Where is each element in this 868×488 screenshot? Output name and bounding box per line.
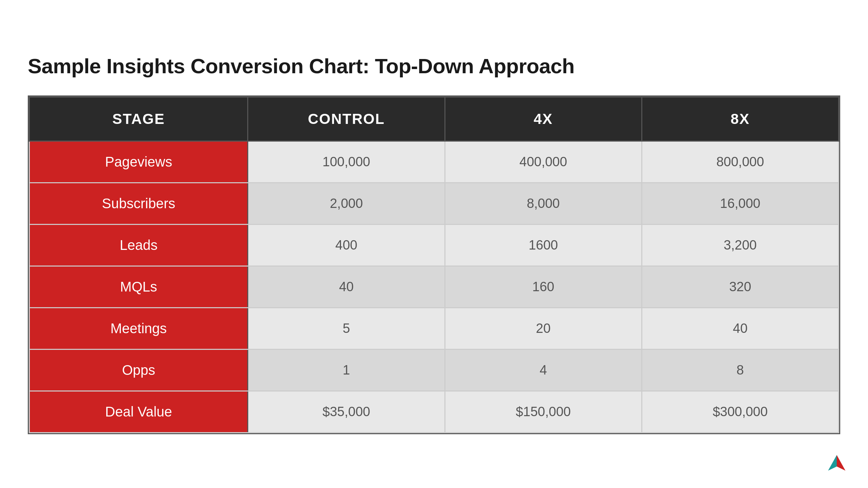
- cell-4x: 400,000: [445, 141, 642, 183]
- cell-4x: 20: [445, 308, 642, 349]
- cell-8x: $300,000: [642, 391, 838, 432]
- cell-4x: 4: [445, 349, 642, 391]
- cell-control: 1: [248, 349, 445, 391]
- header-4x: 4X: [445, 97, 642, 141]
- table-row: Leads40016003,200: [30, 224, 839, 266]
- table-row: MQLs40160320: [30, 266, 839, 308]
- page-title: Sample Insights Conversion Chart: Top-Do…: [28, 54, 575, 78]
- table-row: Deal Value$35,000$150,000$300,000: [30, 391, 839, 432]
- cell-8x: 320: [642, 266, 838, 308]
- cell-4x: 1600: [445, 224, 642, 266]
- header-8x: 8X: [642, 97, 838, 141]
- cell-control: 400: [248, 224, 445, 266]
- svg-marker-1: [828, 455, 837, 471]
- cell-8x: 800,000: [642, 141, 838, 183]
- cell-control: 100,000: [248, 141, 445, 183]
- cell-stage: Deal Value: [30, 391, 248, 432]
- header-control: CONTROL: [248, 97, 445, 141]
- cell-stage: MQLs: [30, 266, 248, 308]
- cell-stage: Leads: [30, 224, 248, 266]
- cell-stage: Pageviews: [30, 141, 248, 183]
- logo: [826, 453, 847, 474]
- header-stage: STAGE: [30, 97, 248, 141]
- cell-stage: Meetings: [30, 308, 248, 349]
- cell-8x: 3,200: [642, 224, 838, 266]
- cell-8x: 40: [642, 308, 838, 349]
- cell-8x: 16,000: [642, 183, 838, 224]
- cell-stage: Subscribers: [30, 183, 248, 224]
- table-row: Subscribers2,0008,00016,000: [30, 183, 839, 224]
- cell-control: $35,000: [248, 391, 445, 432]
- cell-4x: 160: [445, 266, 642, 308]
- cell-control: 2,000: [248, 183, 445, 224]
- cell-8x: 8: [642, 349, 838, 391]
- cell-4x: 8,000: [445, 183, 642, 224]
- cell-stage: Opps: [30, 349, 248, 391]
- cell-4x: $150,000: [445, 391, 642, 432]
- cell-control: 40: [248, 266, 445, 308]
- table-header-row: STAGE CONTROL 4X 8X: [30, 97, 839, 141]
- table-row: Opps148: [30, 349, 839, 391]
- cell-control: 5: [248, 308, 445, 349]
- table-row: Pageviews100,000400,000800,000: [30, 141, 839, 183]
- table-row: Meetings52040: [30, 308, 839, 349]
- svg-marker-0: [837, 455, 845, 471]
- conversion-table: STAGE CONTROL 4X 8X Pageviews100,000400,…: [28, 95, 840, 434]
